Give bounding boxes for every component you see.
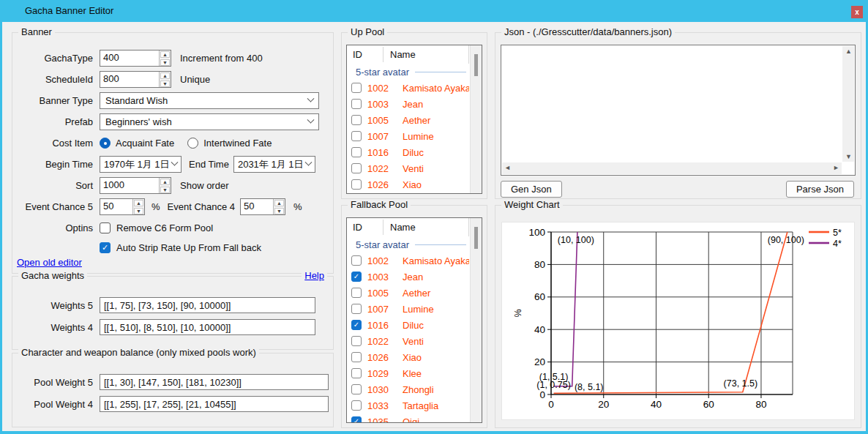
open-old-editor-link[interactable]: Open old editor — [17, 257, 82, 268]
scroll-left-icon[interactable]: ◄ — [504, 164, 511, 171]
event-chance-4-value[interactable]: 50 — [241, 199, 273, 214]
row-checkbox[interactable] — [351, 179, 362, 190]
spin-up-icon[interactable]: ▲ — [160, 179, 170, 185]
row-checkbox[interactable] — [351, 400, 362, 411]
json-textarea[interactable]: ▲ ▼ ◄ ► — [501, 45, 856, 176]
schedule-id-spin-buttons[interactable]: ▲▼ — [159, 72, 171, 87]
gacha-type-spin-buttons[interactable]: ▲▼ — [159, 50, 171, 66]
pool-row[interactable]: 1007Lumine — [347, 128, 469, 144]
cost-item-option-intertwined[interactable]: Intertwined Fate — [187, 138, 272, 149]
weights-4-input[interactable] — [100, 319, 315, 335]
sort-spin-buttons[interactable]: ▲▼ — [159, 178, 171, 193]
row-checkbox[interactable] — [351, 147, 362, 157]
json-horizontal-scrollbar[interactable]: ◄ ► — [502, 162, 842, 174]
help-link[interactable]: Help — [302, 270, 327, 281]
auto-strip-checkbox[interactable] — [100, 242, 111, 253]
row-checkbox[interactable] — [351, 368, 362, 378]
scroll-down-icon[interactable]: ▼ — [845, 153, 852, 160]
end-time-picker[interactable]: 2031年 1月 1日 — [233, 156, 315, 173]
pool-row[interactable]: 1033Tartaglia — [347, 397, 469, 414]
row-checkbox[interactable] — [351, 336, 362, 346]
spin-down-icon[interactable]: ▼ — [274, 208, 284, 214]
scrollbar-thumb[interactable] — [474, 54, 478, 76]
pool-row[interactable]: 1007Lumine — [347, 301, 469, 317]
pool-row[interactable]: ✓1003Jean — [347, 269, 469, 285]
row-checkbox[interactable] — [351, 99, 362, 109]
row-name: Venti — [403, 336, 424, 347]
schedule-id-value[interactable]: 800 — [100, 72, 159, 87]
pool-row[interactable]: 1005Aether — [347, 112, 469, 128]
row-checkbox[interactable] — [351, 83, 362, 93]
sort-value[interactable]: 1000 — [100, 178, 159, 193]
scroll-up-icon[interactable]: ▲ — [845, 48, 852, 55]
gen-json-button[interactable]: Gen Json — [501, 181, 562, 198]
pool-row[interactable]: 1016Diluc — [347, 144, 469, 160]
row-checkbox[interactable] — [351, 288, 362, 298]
spin-up-icon[interactable]: ▲ — [274, 200, 284, 206]
pool-row[interactable]: 1002Kamisato Ayaka — [347, 80, 469, 96]
remove-c6-checkbox[interactable] — [100, 222, 111, 233]
row-checkbox[interactable]: ✓ — [351, 320, 362, 330]
begin-time-picker[interactable]: 1970年 1月 1日 — [100, 156, 182, 173]
up-pool-scrollbar[interactable] — [470, 45, 482, 193]
weights-5-input[interactable] — [100, 297, 315, 313]
pool-weight-5-input[interactable] — [100, 374, 329, 390]
radio-icon[interactable] — [100, 138, 111, 149]
pool-row[interactable]: 1022Venti — [347, 160, 469, 176]
row-checkbox[interactable] — [351, 163, 362, 173]
scrollbar-thumb[interactable] — [474, 227, 478, 249]
row-checkbox[interactable]: ✓ — [351, 416, 362, 422]
up-pool-list: ID Name 5-star avatar 1002Kamisato Ayaka… — [346, 45, 482, 194]
pool-row[interactable]: ✓1035Qiqi — [347, 414, 469, 422]
sort-stepper[interactable]: 1000 ▲▼ — [100, 177, 171, 194]
schedule-id-stepper[interactable]: 800 ▲▼ — [100, 71, 171, 88]
pool-row[interactable]: 1026Xiao — [347, 349, 469, 365]
spin-down-icon[interactable]: ▼ — [160, 187, 170, 193]
pool-row[interactable]: 1003Jean — [347, 96, 469, 112]
row-checkbox[interactable] — [351, 131, 362, 141]
spin-up-icon[interactable]: ▲ — [160, 51, 170, 58]
row-checkbox[interactable] — [351, 384, 362, 394]
parse-json-button[interactable]: Parse Json — [786, 181, 854, 198]
event-chance-4-stepper[interactable]: 50 ▲▼ — [240, 198, 285, 215]
pool-row[interactable]: 1005Aether — [347, 285, 469, 301]
event-chance-5-stepper[interactable]: 50 ▲▼ — [100, 198, 145, 215]
pool-row[interactable]: ✓1016Diluc — [347, 317, 469, 333]
row-checkbox[interactable] — [351, 352, 362, 362]
json-vertical-scrollbar[interactable]: ▲ ▼ — [842, 46, 854, 162]
row-checkbox[interactable] — [351, 115, 362, 125]
balance-group: Character and weapon balance (only mixed… — [12, 353, 334, 427]
pool-row[interactable]: 1030Zhongli — [347, 381, 469, 397]
event-chance-5-value[interactable]: 50 — [100, 199, 132, 214]
spin-down-icon[interactable]: ▼ — [160, 81, 170, 87]
banner-type-select[interactable]: Standard Wish — [100, 92, 319, 109]
json-content[interactable] — [504, 47, 840, 160]
schedule-id-row: ScheduleId 800 ▲▼ Unique — [17, 69, 329, 90]
spin-down-icon[interactable]: ▼ — [160, 59, 170, 66]
pool-row[interactable]: 1029Klee — [347, 365, 469, 381]
pool-weight-5-row: Pool Weight 5 — [17, 371, 329, 393]
fallback-pool-scrollbar[interactable] — [470, 218, 482, 422]
prefab-select[interactable]: Beginners' wish — [100, 113, 319, 130]
spin-down-icon[interactable]: ▼ — [134, 208, 143, 214]
pool-row[interactable]: 1026Xiao — [347, 176, 469, 192]
close-button[interactable]: x — [851, 6, 863, 18]
gacha-type-value[interactable]: 400 — [100, 50, 159, 66]
title-bar[interactable]: Gacha Banner Editor x — [0, 0, 868, 22]
row-checkbox[interactable] — [351, 304, 362, 314]
pool-row[interactable]: 1002Kamisato Ayaka — [347, 252, 469, 269]
row-checkbox[interactable]: ✓ — [351, 272, 362, 282]
spin-up-icon[interactable]: ▲ — [160, 72, 170, 79]
pool-weight-4-input[interactable] — [100, 396, 329, 412]
cost-item-option-acquaint[interactable]: Acquaint Fate — [100, 138, 174, 149]
gacha-type-stepper[interactable]: 400 ▲▼ — [100, 50, 171, 67]
up-pool-header: ID Name — [347, 45, 469, 64]
event-chance-4-spin-buttons[interactable]: ▲▼ — [273, 199, 285, 214]
row-checkbox[interactable] — [351, 255, 362, 266]
radio-icon[interactable] — [187, 138, 198, 149]
pool-row[interactable]: 1022Venti — [347, 333, 469, 349]
spin-up-icon[interactable]: ▲ — [134, 200, 143, 206]
event-chance-5-spin-buttons[interactable]: ▲▼ — [132, 199, 144, 214]
scroll-right-icon[interactable]: ► — [833, 164, 839, 171]
weight-chart-panel: 020406080020406080100%(10, 100)(90, 100)… — [501, 222, 855, 420]
